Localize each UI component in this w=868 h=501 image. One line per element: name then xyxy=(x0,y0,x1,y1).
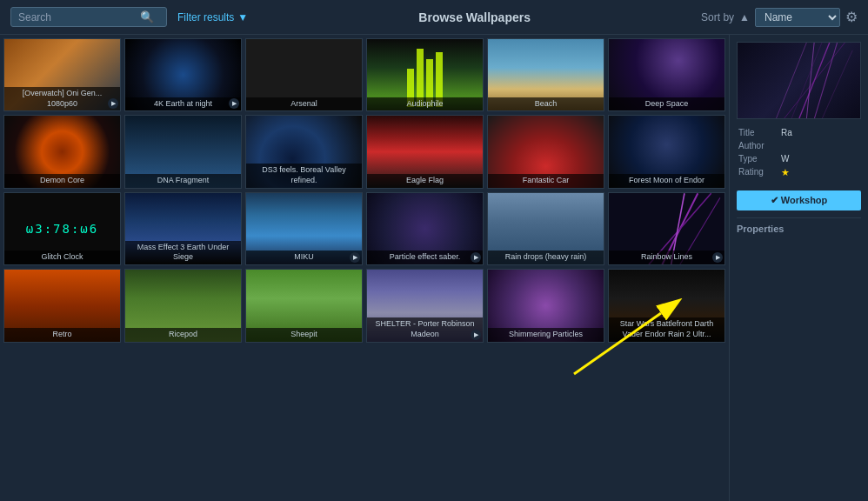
rating-row: Rating ★ xyxy=(738,167,859,178)
wallpaper-label: Particle effect saber. xyxy=(367,250,483,264)
search-input[interactable] xyxy=(18,11,140,23)
wallpaper-item[interactable]: Shimmering Particles xyxy=(487,269,604,342)
svg-line-9 xyxy=(822,50,852,119)
svg-line-6 xyxy=(806,43,814,119)
wallpaper-label: Forest Moon of Endor xyxy=(609,174,724,188)
wallpaper-item[interactable]: ω3:78:ω6Glitch Clock xyxy=(3,192,121,265)
sort-select[interactable]: Name Rating Date Subscribers xyxy=(755,8,840,27)
wallpaper-label: Mass Effect 3 Earth Under Siege xyxy=(125,241,241,264)
wallpaper-label: Arsenal xyxy=(246,97,362,111)
title-row: Title Ra xyxy=(738,128,859,137)
wallpaper-item[interactable]: Arsenal xyxy=(245,38,363,111)
wallpaper-label: Eagle Flag xyxy=(367,174,483,188)
wallpaper-item[interactable]: Eagle Flag xyxy=(366,115,484,188)
steam-badge: ▶ xyxy=(471,330,481,340)
wallpaper-label: DS3 feels. Boreal Valley refined. xyxy=(246,164,362,187)
wallpaper-label: Fantastic Car xyxy=(488,174,604,188)
side-panel: Title Ra Author Type W Rating ★ ✔ Worksh… xyxy=(729,35,868,501)
filter-button[interactable]: Filter results ▼ xyxy=(177,11,248,23)
type-row: Type W xyxy=(738,154,859,164)
wallpaper-grid-area[interactable]: [Overwatch] Oni Gen... 1080p60▶4K Earth … xyxy=(0,35,729,501)
wallpaper-item[interactable]: Rain drops (heavy rain) xyxy=(487,192,604,265)
rating-value: ★ xyxy=(781,167,859,178)
wallpaper-label: 4K Earth at night xyxy=(125,97,241,111)
search-icon: 🔍 xyxy=(140,10,154,23)
author-label: Author xyxy=(738,141,778,150)
sort-by-label: Sort by xyxy=(701,11,734,23)
info-table: Title Ra Author Type W Rating ★ xyxy=(737,126,861,184)
wallpaper-item[interactable]: Forest Moon of Endor xyxy=(608,115,725,188)
title-label: Title xyxy=(738,128,778,137)
wallpaper-item[interactable]: Audiophile xyxy=(366,38,484,111)
search-box[interactable]: 🔍 xyxy=(10,7,167,27)
wallpaper-label: Demon Core xyxy=(4,174,120,188)
workshop-button[interactable]: ✔ Workshop xyxy=(737,190,861,210)
type-value: W xyxy=(781,154,859,164)
wallpaper-item[interactable]: Sheepit xyxy=(245,269,363,342)
wallpaper-label: Retro xyxy=(4,328,120,342)
sort-direction-icon: ▲ xyxy=(739,11,750,23)
wallpaper-item[interactable]: 4K Earth at night▶ xyxy=(124,38,242,111)
wallpaper-label: Deep Space xyxy=(609,97,724,111)
wallpaper-label: Ricepod xyxy=(125,328,241,342)
wallpaper-item[interactable]: [Overwatch] Oni Gen... 1080p60▶ xyxy=(3,38,121,111)
wallpaper-label: SHELTER - Porter Robinson Madeon xyxy=(367,317,483,341)
wallpaper-item[interactable]: Fantastic Car xyxy=(487,115,604,188)
author-row: Author xyxy=(738,141,859,150)
svg-line-10 xyxy=(776,43,806,119)
wallpaper-item[interactable]: Rainbow Lines▶ xyxy=(608,192,725,265)
wallpaper-label: Sheepit xyxy=(246,328,362,342)
wallpaper-item[interactable]: Particle effect saber.▶ xyxy=(366,192,484,265)
main-content: [Overwatch] Oni Gen... 1080p60▶4K Earth … xyxy=(0,35,868,501)
wallpaper-item[interactable]: MIKU▶ xyxy=(245,192,363,265)
type-label: Type xyxy=(738,154,778,164)
title-value: Ra xyxy=(781,128,859,137)
wallpaper-label: Shimmering Particles xyxy=(488,328,604,342)
wallpaper-item[interactable]: Demon Core xyxy=(3,115,121,188)
properties-section: Properties xyxy=(737,217,861,234)
sort-area: Sort by ▲ Name Rating Date Subscribers ⚙ xyxy=(701,8,858,27)
rating-stars: ★ xyxy=(781,167,790,177)
svg-line-8 xyxy=(814,43,837,119)
svg-line-5 xyxy=(784,43,845,119)
wallpaper-item[interactable]: Retro xyxy=(3,269,121,342)
gear-icon[interactable]: ⚙ xyxy=(845,9,858,25)
filter-icon: ▼ xyxy=(237,11,248,23)
wallpaper-label: Rain drops (heavy rain) xyxy=(488,250,604,264)
wallpaper-item[interactable]: Mass Effect 3 Earth Under Siege xyxy=(124,192,242,265)
wallpaper-item[interactable]: Star Wars Battlefront Darth Vader Endor … xyxy=(608,269,725,342)
wallpaper-label: Audiophile xyxy=(367,97,483,111)
filter-label: Filter results xyxy=(177,11,234,23)
wallpaper-label: [Overwatch] Oni Gen... 1080p60 xyxy=(4,87,120,110)
wallpaper-grid: [Overwatch] Oni Gen... 1080p60▶4K Earth … xyxy=(3,38,725,343)
rating-label: Rating xyxy=(738,167,778,177)
wallpaper-item[interactable]: DNA Fragment xyxy=(124,115,242,188)
preview-thumbnail xyxy=(737,42,861,119)
wallpaper-item[interactable]: DS3 feels. Boreal Valley refined. xyxy=(245,115,363,188)
wallpaper-label: Rainbow Lines xyxy=(609,250,724,264)
wallpaper-item[interactable]: Ricepod xyxy=(124,269,242,342)
top-bar: 🔍 Filter results ▼ Browse Wallpapers Sor… xyxy=(0,0,868,35)
wallpaper-item[interactable]: SHELTER - Porter Robinson Madeon▶ xyxy=(366,269,484,342)
wallpaper-label: Beach xyxy=(488,97,604,111)
preview-content xyxy=(738,43,860,118)
wallpaper-item[interactable]: Beach xyxy=(487,38,604,111)
page-title: Browse Wallpapers xyxy=(258,10,691,24)
wallpaper-label: Glitch Clock xyxy=(4,250,120,264)
wallpaper-label: MIKU xyxy=(246,250,362,264)
wallpaper-label: DNA Fragment xyxy=(125,174,241,188)
wallpaper-label: Star Wars Battlefront Darth Vader Endor … xyxy=(609,317,724,341)
wallpaper-item[interactable]: Deep Space xyxy=(608,38,725,111)
